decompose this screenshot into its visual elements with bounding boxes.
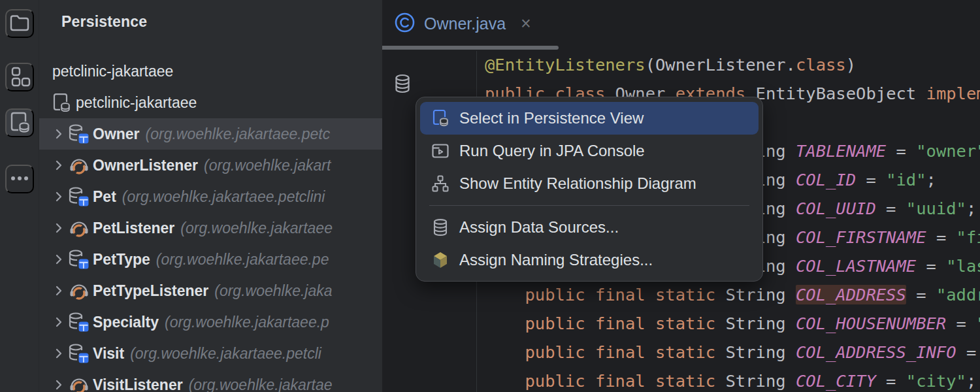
- code-line[interactable]: public final static String COL_ADDRESS =…: [382, 280, 980, 309]
- entity-package: (org.woehlke.jakartaee.petclini: [122, 188, 325, 206]
- entity-package: (org.woehlke.jakartaee.p: [165, 314, 329, 331]
- entity-package: (org.woehlke.jakartae: [189, 376, 333, 392]
- entity-package: (org.woehlke.jaka: [214, 282, 332, 300]
- entity-name: PetListener: [93, 220, 174, 237]
- entity-package: (org.woehlke.jakartaee.petc: [146, 125, 331, 143]
- entity-name: Owner: [93, 125, 140, 143]
- chevron-right-icon[interactable]: [52, 127, 68, 140]
- activity-bar: [0, 0, 39, 392]
- menu-item-assign-data-sources[interactable]: Assign Data Sources...: [420, 211, 759, 244]
- entity-icon: [68, 311, 93, 333]
- tree-root-label: petclinic-jakartaee: [52, 63, 173, 80]
- entity-package: (org.woehlke.jakart: [204, 157, 331, 174]
- entity-package: (org.woehlke.jakartaee.petcli: [130, 345, 321, 363]
- menu-item-show-entity-relationship-diagram[interactable]: Show Entity Relationship Diagram: [420, 167, 759, 200]
- entity-name: OwnerListener: [93, 157, 198, 174]
- tree-row-ownerlistener[interactable]: OwnerListener(org.woehlke.jakart: [39, 150, 382, 181]
- structure-icon: [8, 65, 31, 90]
- entity-package: (org.woehlke.jakartaee: [180, 220, 333, 237]
- menu-item-select-in-persistence-view[interactable]: Select in Persistence View: [420, 102, 759, 135]
- tree-row-pet[interactable]: Pet(org.woehlke.jakartaee.petclini: [39, 181, 382, 212]
- tab-selection-indicator: [382, 46, 559, 50]
- tool-window-title: Persistence: [61, 13, 147, 31]
- tree-row-pettypelistener[interactable]: PetTypeListener(org.woehlke.jaka: [39, 275, 382, 306]
- persistence-unit-icon: [51, 91, 76, 114]
- persistence-icon: [8, 110, 31, 137]
- entity-icon: [68, 123, 93, 145]
- jpa-console-icon: [431, 142, 449, 160]
- folder-icon: [8, 12, 31, 36]
- tab-label: Owner.java: [424, 14, 506, 33]
- entity-icon: [68, 248, 93, 270]
- context-menu: Select in Persistence ViewRun Query in J…: [416, 97, 763, 282]
- chevron-right-icon[interactable]: [52, 190, 68, 203]
- listener-icon: [68, 374, 93, 392]
- tree-row-owner[interactable]: Owner(org.woehlke.jakartaee.petc: [39, 118, 382, 150]
- tree-row-visitlistener[interactable]: VisitListener(org.woehlke.jakartae: [39, 369, 382, 392]
- chevron-right-icon[interactable]: [52, 221, 68, 235]
- persistence-tool-window: Persistence petclinic-jakartaee petclini…: [39, 0, 382, 392]
- tree-row-visit[interactable]: Visit(org.woehlke.jakartaee.petcli: [39, 338, 382, 369]
- menu-item-label: Assign Data Sources...: [459, 218, 619, 237]
- persistence-view-icon: [431, 108, 449, 128]
- menu-item-run-query-in-jpa-console[interactable]: Run Query in JPA Console: [420, 135, 759, 167]
- menu-item-label: Show Entity Relationship Diagram: [459, 174, 696, 193]
- persistence-tool-button[interactable]: [5, 108, 34, 137]
- entity-name: Specialty: [93, 314, 159, 331]
- project-tool-button[interactable]: [5, 9, 34, 38]
- menu-separator: [429, 205, 749, 206]
- chevron-right-icon[interactable]: [52, 159, 68, 172]
- code-line[interactable]: public final static String COL_ADDRESS_I…: [382, 338, 980, 367]
- entity-icon: [68, 342, 93, 365]
- tree-row-petlistener[interactable]: PetListener(org.woehlke.jakartaee: [39, 212, 382, 244]
- menu-item-label: Assign Naming Strategies...: [459, 251, 653, 269]
- code-line[interactable]: public final static String COL_HOUSENUMB…: [382, 309, 980, 338]
- entity-package: (org.woehlke.jakartaee.pe: [156, 251, 329, 269]
- listener-icon: [68, 217, 93, 239]
- persistence-unit-label: petclinic-jakartaee: [76, 94, 197, 112]
- entity-name: PetType: [93, 251, 150, 269]
- entity-name: PetTypeListener: [93, 282, 208, 300]
- entity-name: Visit: [93, 345, 124, 363]
- menu-item-assign-naming-strategies[interactable]: Assign Naming Strategies...: [420, 244, 759, 276]
- more-tool-windows-button[interactable]: [5, 165, 34, 193]
- er-diagram-icon: [431, 174, 449, 193]
- listener-icon: [68, 154, 93, 176]
- tree-persistence-unit-row[interactable]: petclinic-jakartaee: [39, 87, 382, 118]
- code-line[interactable]: @EntityListeners(OwnerListener.class): [382, 50, 980, 79]
- entity-name: Pet: [93, 188, 116, 206]
- tree-root-row[interactable]: petclinic-jakartaee: [39, 56, 382, 87]
- editor-area: Owner.java × @EntityListeners(OwnerListe…: [382, 0, 980, 392]
- chevron-right-icon[interactable]: [52, 284, 68, 297]
- menu-item-label: Select in Persistence View: [459, 109, 644, 127]
- code-line[interactable]: public final static String COL_CITY = "c…: [382, 367, 980, 392]
- chevron-right-icon[interactable]: [52, 378, 68, 391]
- chevron-right-icon[interactable]: [52, 316, 68, 329]
- tree-row-pettype[interactable]: PetType(org.woehlke.jakartaee.pe: [39, 244, 382, 275]
- more-dots-icon: [8, 167, 31, 191]
- editor-tab-bar: Owner.java ×: [382, 0, 980, 46]
- entity-icon: [68, 186, 93, 208]
- entity-name: VisitListener: [93, 376, 183, 392]
- chevron-right-icon[interactable]: [52, 347, 68, 360]
- class-icon: [394, 12, 416, 36]
- tree-row-specialty[interactable]: Specialty(org.woehlke.jakartaee.p: [39, 306, 382, 338]
- close-icon[interactable]: ×: [521, 15, 531, 33]
- chevron-right-icon[interactable]: [52, 253, 68, 266]
- tab-owner-java[interactable]: Owner.java ×: [394, 9, 531, 38]
- menu-item-label: Run Query in JPA Console: [459, 142, 645, 160]
- data-sources-icon: [431, 218, 449, 237]
- listener-icon: [68, 280, 93, 302]
- naming-strategies-icon: [431, 251, 449, 269]
- structure-tool-button[interactable]: [5, 63, 34, 91]
